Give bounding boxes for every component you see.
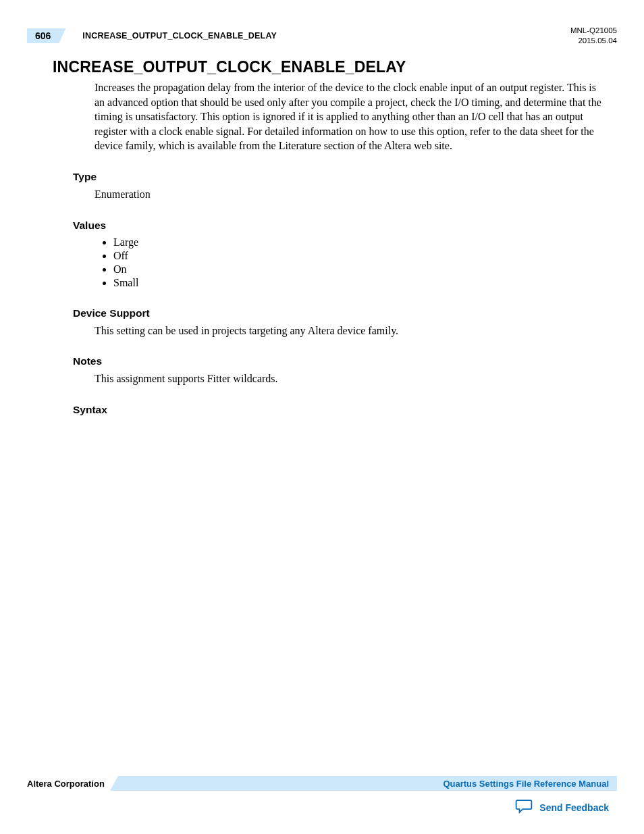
section-head-syntax: Syntax bbox=[73, 404, 609, 416]
manual-title-link[interactable]: Quartus Settings File Reference Manual bbox=[443, 779, 609, 789]
list-item: Off bbox=[113, 249, 609, 263]
running-title: INCREASE_OUTPUT_CLOCK_ENABLE_DELAY bbox=[82, 31, 277, 41]
list-item: Large bbox=[113, 236, 609, 249]
intro-paragraph: Increases the propagation delay from the… bbox=[95, 80, 609, 153]
header-left: 606 INCREASE_OUTPUT_CLOCK_ENABLE_DELAY bbox=[27, 28, 277, 43]
doc-id: MNL-Q21005 bbox=[570, 26, 617, 36]
section-body-device-support: This setting can be used in projects tar… bbox=[95, 323, 609, 338]
page-footer: Altera Corporation Quartus Settings File… bbox=[27, 776, 617, 791]
content: INCREASE_OUTPUT_CLOCK_ENABLE_DELAY Incre… bbox=[53, 58, 609, 420]
section-head-type: Type bbox=[73, 171, 609, 183]
send-feedback-link[interactable]: Send Feedback bbox=[515, 798, 609, 816]
corporation-name: Altera Corporation bbox=[27, 779, 105, 789]
footer-ribbon: Quartus Settings File Reference Manual bbox=[110, 776, 617, 791]
header-right: MNL-Q21005 2015.05.04 bbox=[570, 26, 617, 46]
speech-bubble-icon bbox=[515, 798, 533, 816]
section-body-notes: This assignment supports Fitter wildcard… bbox=[95, 371, 609, 386]
section-head-notes: Notes bbox=[73, 355, 609, 367]
list-item: Small bbox=[113, 276, 609, 290]
values-list: Large Off On Small bbox=[113, 236, 609, 290]
footer-bar: Altera Corporation Quartus Settings File… bbox=[27, 776, 617, 791]
section-body-type: Enumeration bbox=[95, 187, 609, 202]
page-title: INCREASE_OUTPUT_CLOCK_ENABLE_DELAY bbox=[53, 58, 609, 76]
send-feedback-label: Send Feedback bbox=[539, 802, 609, 813]
list-item: On bbox=[113, 263, 609, 276]
page-number-chip: 606 bbox=[27, 28, 65, 43]
section-head-device-support: Device Support bbox=[73, 307, 609, 319]
page-header: 606 INCREASE_OUTPUT_CLOCK_ENABLE_DELAY M… bbox=[27, 26, 617, 46]
section-head-values: Values bbox=[73, 219, 609, 232]
doc-date: 2015.05.04 bbox=[570, 36, 617, 46]
